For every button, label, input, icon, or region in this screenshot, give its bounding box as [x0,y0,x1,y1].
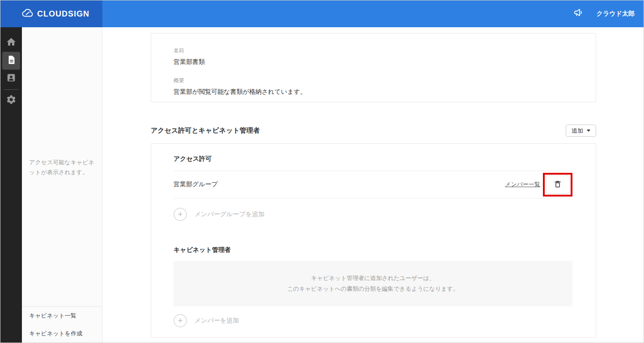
add-member-button[interactable]: + メンバーを追加 [151,307,596,334]
brand-name: CLOUDSIGN [37,9,89,19]
admin-note-wrap: キャビネット管理者に追加されたユーザーは、 このキャビネットへの書類の分類を編集… [151,261,596,306]
icon-rail-divider [4,89,18,90]
user-menu[interactable]: クラウド太郎 [597,10,635,18]
plus-circle-icon: + [174,314,187,327]
admin-note-box: キャビネット管理者に追加されたユーザーは、 このキャビネットへの書類の分類を編集… [174,261,572,306]
cloud-logo-icon [22,8,34,20]
trash-icon [553,180,562,190]
nav-home[interactable] [2,34,20,52]
group-row: 営業部グループ メンバー一覧 [151,171,596,198]
document-icon [6,55,16,67]
cloudsign-cabinet-settings-page: { "header": { "brand": "CLOUDSIGN", "use… [0,0,644,343]
megaphone-icon [573,8,584,20]
access-admin-card: アクセス許可 営業部グループ メンバー一覧 [151,143,596,338]
section-title: アクセス許可とキャビネット管理者 [151,126,260,135]
admin-note-line2: このキャビネットへの書類の分類を編集できるようになります。 [287,284,459,294]
app-body: アクセス可能なキャビネットが表示されます。 キャビネット一覧 キャビネットを作成… [0,27,644,343]
cabinet-side-panel: アクセス可能なキャビネットが表示されます。 キャビネット一覧 キャビネットを作成 [22,27,102,343]
group-actions: メンバー一覧 [505,173,572,197]
top-bar-actions: クラウド太郎 [102,0,644,27]
group-name: 営業部グループ [174,180,218,188]
cabinet-hint-text: アクセス可能なキャビネットが表示されます。 [29,158,97,177]
top-bar-brand-area: CLOUDSIGN [0,0,102,27]
add-member-group-label: メンバーグループを追加 [195,210,264,218]
add-button-label: 追加 [572,127,583,135]
panel-footer: キャビネット一覧 キャビネットを作成 [22,306,102,343]
add-member-label: メンバーを追加 [195,317,239,325]
add-dropdown-button[interactable]: 追加 [566,125,596,137]
nav-settings[interactable] [2,92,20,109]
main-content: 名前 営業部書類 概要 営業部が閲覧可能な書類が格納されています。 アクセス許可… [102,27,644,343]
home-icon [6,37,17,49]
access-permission-header: アクセス許可 [151,155,596,163]
description-value: 営業部が閲覧可能な書類が格納されています。 [174,88,573,96]
gear-icon [6,94,17,107]
top-bar: CLOUDSIGN クラウド太郎 [0,0,644,27]
cabinet-create-link[interactable]: キャビネットを作成 [22,325,102,343]
name-value: 営業部書類 [174,58,573,66]
announcements-button[interactable] [573,8,584,20]
plus-circle-icon: + [174,208,187,221]
admin-note-line1: キャビネット管理者に追加されたユーザーは、 [311,273,435,284]
nav-documents[interactable] [2,52,20,70]
person-badge-icon [6,73,16,84]
cabinet-info-card: 名前 営業部書類 概要 営業部が閲覧可能な書類が格納されています。 [151,33,596,102]
delete-group-button[interactable] [546,176,570,194]
description-label: 概要 [174,77,573,84]
cabinet-list-link[interactable]: キャビネット一覧 [22,307,102,325]
chevron-down-icon [587,130,590,132]
brand-logo[interactable]: CLOUDSIGN [22,8,89,20]
nav-contacts[interactable] [2,70,20,88]
section-header-row: アクセス許可とキャビネット管理者 追加 [151,125,596,137]
member-list-link[interactable]: メンバー一覧 [505,180,540,188]
annotation-highlight-box [543,173,572,197]
icon-rail [0,27,22,343]
cabinet-admin-header: キャビネット管理者 [151,246,596,254]
add-member-group-button[interactable]: + メンバーグループを追加 [151,198,596,230]
name-label: 名前 [174,47,573,54]
